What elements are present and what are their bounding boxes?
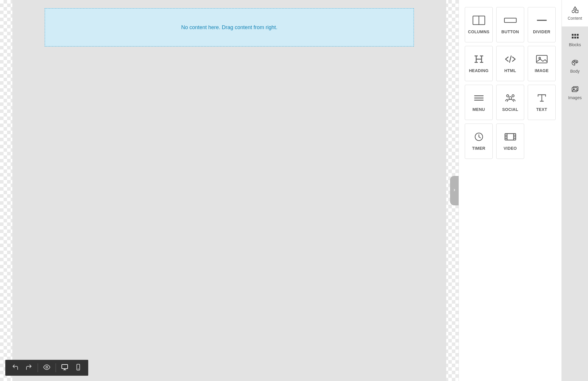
undo-button[interactable] [9, 362, 21, 374]
content-blocks-panel: COLUMNS BUTTON DIVIDER HEADING [459, 0, 562, 381]
svg-rect-46 [572, 36, 573, 38]
empty-drop-zone[interactable]: No content here. Drag content from right… [45, 8, 414, 46]
tile-label: VIDEO [504, 146, 517, 151]
svg-marker-40 [573, 6, 576, 9]
svg-rect-47 [574, 36, 576, 38]
svg-point-41 [572, 10, 574, 13]
preview-button[interactable] [41, 362, 53, 374]
svg-point-49 [573, 62, 574, 63]
tile-video[interactable]: VIDEO [496, 124, 524, 159]
svg-rect-44 [574, 34, 576, 36]
video-icon [504, 132, 517, 142]
timer-icon [472, 132, 485, 142]
svg-rect-8 [504, 18, 516, 23]
svg-point-0 [46, 366, 48, 368]
tile-divider[interactable]: DIVIDER [528, 7, 556, 42]
svg-rect-43 [572, 34, 573, 36]
svg-line-30 [479, 137, 481, 138]
tile-html[interactable]: HTML [496, 46, 524, 81]
svg-rect-45 [577, 34, 579, 36]
tab-label: Blocks [569, 42, 581, 47]
undo-icon [12, 364, 19, 372]
toolbar-separator [56, 363, 56, 372]
tile-timer[interactable]: TIMER [465, 124, 493, 159]
editor-canvas: No content here. Drag content from right… [0, 0, 459, 381]
tab-body[interactable]: Body [562, 53, 588, 79]
shapes-icon [571, 6, 579, 14]
tile-columns[interactable]: COLUMNS [465, 7, 493, 42]
bottom-toolbar [5, 360, 88, 376]
svg-rect-42 [575, 10, 578, 13]
svg-point-50 [574, 61, 575, 62]
tab-label: Body [570, 69, 580, 74]
tab-images[interactable]: Images [562, 79, 588, 106]
desktop-icon [61, 364, 68, 372]
eye-icon [43, 364, 50, 372]
palette-icon [571, 59, 579, 67]
tile-label: COLUMNS [468, 29, 489, 34]
svg-rect-18 [536, 55, 547, 63]
design-surface[interactable]: No content here. Drag content from right… [12, 0, 446, 381]
social-icon [504, 93, 517, 103]
svg-rect-48 [577, 36, 579, 38]
tile-label: BUTTON [502, 29, 519, 34]
redo-icon [25, 364, 32, 372]
images-icon [571, 86, 579, 94]
tab-label: Content [568, 16, 582, 21]
desktop-view-button[interactable] [59, 362, 71, 374]
tile-label: IMAGE [535, 68, 549, 73]
svg-point-23 [507, 95, 509, 97]
tile-label: MENU [472, 107, 485, 112]
redo-button[interactable] [23, 362, 35, 374]
svg-point-19 [539, 57, 540, 59]
tile-label: DIVIDER [533, 29, 550, 34]
tab-label: Images [568, 95, 582, 100]
collapse-panel-button[interactable] [450, 176, 459, 205]
side-tabs: Content Blocks Body Images [562, 0, 588, 381]
blocks-icon [571, 33, 579, 41]
svg-point-51 [576, 61, 577, 62]
mobile-icon [75, 364, 82, 372]
html-icon [504, 54, 517, 64]
right-panel: COLUMNS BUTTON DIVIDER HEADING [459, 0, 588, 381]
tab-blocks[interactable]: Blocks [562, 26, 588, 53]
tab-content[interactable]: Content [562, 0, 588, 26]
toolbar-separator [38, 363, 38, 372]
svg-line-17 [509, 56, 511, 62]
content-blocks-grid: COLUMNS BUTTON DIVIDER HEADING [465, 7, 556, 159]
svg-point-25 [509, 97, 512, 99]
image-icon [535, 54, 548, 64]
tile-label: TIMER [472, 146, 485, 151]
tile-label: SOCIAL [502, 107, 518, 112]
svg-rect-1 [62, 365, 68, 369]
mobile-view-button[interactable] [72, 362, 84, 374]
tile-image[interactable]: IMAGE [528, 46, 556, 81]
tile-menu[interactable]: MENU [465, 85, 493, 120]
tile-social[interactable]: SOCIAL [496, 85, 524, 120]
tile-label: TEXT [536, 107, 547, 112]
text-icon [535, 93, 548, 103]
divider-icon [535, 15, 548, 25]
chevron-right-icon [453, 187, 456, 194]
menu-icon [472, 93, 485, 103]
drop-hint-text: No content here. Drag content from right… [181, 24, 277, 31]
tile-text[interactable]: TEXT [528, 85, 556, 120]
tile-heading[interactable]: HEADING [465, 46, 493, 81]
tile-label: HEADING [469, 68, 489, 73]
columns-icon [472, 15, 485, 25]
svg-point-24 [512, 95, 514, 97]
tile-label: HTML [504, 68, 516, 73]
heading-icon [472, 54, 485, 64]
tile-button[interactable]: BUTTON [496, 7, 524, 42]
button-icon [504, 15, 517, 25]
